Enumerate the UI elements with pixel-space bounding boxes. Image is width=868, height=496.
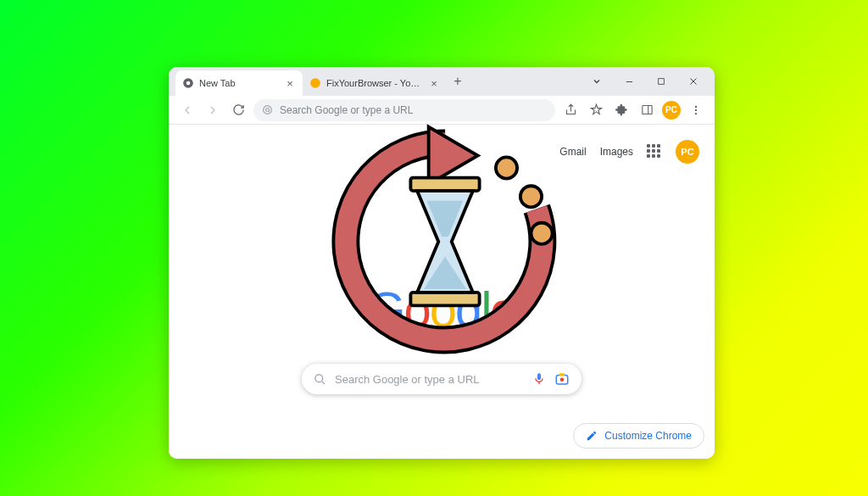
share-icon[interactable] [560,100,581,120]
menu-icon[interactable] [686,100,706,120]
forward-icon [203,100,223,120]
svg-point-12 [560,378,565,382]
close-icon[interactable]: × [284,77,296,89]
google-g-icon: G [262,104,273,115]
search-icon [314,373,326,386]
tab-fixyourbrowser[interactable]: FixYourBrowser - Your Trusted S… × [303,70,447,96]
titlebar: New Tab × FixYourBrowser - Your Trusted … [169,67,715,96]
svg-point-10 [315,374,323,382]
omnibox[interactable]: G Search Google or type a URL [253,99,555,121]
toolbar-avatar[interactable]: PC [662,101,681,120]
omnibox-placeholder: Search Google or type a URL [280,104,413,116]
minimize-icon[interactable] [618,70,640,92]
window-controls [576,67,715,96]
svg-rect-3 [659,79,665,85]
new-tab-page: Gmail Images PC Google Search Google or … [169,125,715,459]
google-logo: Google [367,281,515,337]
customize-chrome-button[interactable]: Customize Chrome [573,423,704,449]
svg-rect-6 [642,106,651,114]
search-placeholder: Search Google or type a URL [335,373,524,386]
toolbar: G Search Google or type a URL PC [169,96,715,125]
window-close-icon[interactable] [682,70,704,92]
lens-icon[interactable] [554,371,570,387]
chevron-down-icon[interactable] [586,70,608,92]
chrome-favicon [182,77,194,89]
tab-label: New Tab [199,78,279,88]
customize-label: Customize Chrome [604,430,692,442]
voice-search-icon[interactable] [532,372,546,386]
extensions-icon[interactable] [611,100,632,120]
back-icon [177,100,198,120]
tab-label: FixYourBrowser - Your Trusted S… [326,78,423,88]
svg-point-2 [310,78,320,88]
svg-point-8 [695,109,697,110]
new-tab-button[interactable]: + [447,70,469,92]
tab-new-tab[interactable]: New Tab × [175,70,303,96]
profile-avatar[interactable]: PC [676,140,699,164]
gmail-link[interactable]: Gmail [559,146,586,158]
maximize-icon[interactable] [650,70,672,92]
svg-point-9 [695,112,697,114]
side-panel-icon[interactable] [637,100,657,120]
site-favicon [309,77,321,89]
close-icon[interactable]: × [428,77,440,89]
pencil-icon [586,430,598,442]
images-link[interactable]: Images [600,146,633,158]
reload-icon[interactable] [228,100,248,120]
bookmark-icon[interactable] [586,100,606,120]
browser-window: New Tab × FixYourBrowser - Your Trusted … [169,67,715,459]
svg-rect-13 [559,373,565,376]
top-right-links: Gmail Images PC [559,140,699,164]
search-input[interactable]: Search Google or type a URL [302,364,581,394]
svg-text:G: G [265,106,270,114]
tab-strip: New Tab × FixYourBrowser - Your Trusted … [175,70,576,96]
apps-icon[interactable] [647,144,662,159]
svg-point-7 [695,105,697,107]
svg-point-1 [186,81,191,86]
